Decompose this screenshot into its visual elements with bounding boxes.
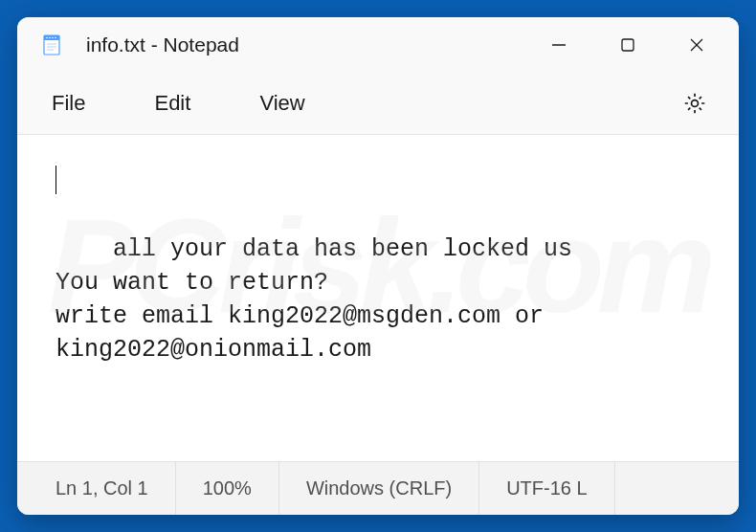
- svg-point-3: [49, 37, 51, 39]
- menu-edit[interactable]: Edit: [143, 85, 202, 122]
- menu-file[interactable]: File: [40, 85, 97, 122]
- window-controls: [524, 17, 731, 73]
- svg-point-13: [692, 100, 699, 107]
- notepad-window: info.txt - Notepad File Edit Vi: [17, 17, 739, 515]
- status-encoding[interactable]: UTF-16 L: [479, 462, 614, 515]
- svg-rect-10: [622, 39, 634, 51]
- notepad-icon: [40, 33, 63, 56]
- status-position[interactable]: Ln 1, Col 1: [17, 462, 176, 515]
- titlebar: info.txt - Notepad: [17, 17, 739, 73]
- menubar: File Edit View: [17, 73, 739, 134]
- svg-point-5: [55, 37, 56, 39]
- editor-content: all your data has been locked us You wan…: [56, 235, 572, 364]
- maximize-icon: [619, 36, 636, 54]
- window-title: info.txt - Notepad: [86, 33, 524, 56]
- minimize-button[interactable]: [524, 17, 593, 73]
- svg-point-4: [52, 37, 54, 39]
- text-caret: [56, 166, 56, 194]
- maximize-button[interactable]: [593, 17, 662, 73]
- gear-icon: [682, 91, 707, 116]
- settings-button[interactable]: [674, 82, 716, 124]
- svg-point-2: [46, 37, 48, 39]
- status-lineending[interactable]: Windows (CRLF): [279, 462, 479, 515]
- statusbar: Ln 1, Col 1 100% Windows (CRLF) UTF-16 L: [17, 461, 739, 515]
- text-editor[interactable]: all your data has been locked us You wan…: [17, 134, 739, 461]
- status-zoom[interactable]: 100%: [176, 462, 279, 515]
- menu-view[interactable]: View: [248, 85, 316, 122]
- close-button[interactable]: [662, 17, 731, 73]
- minimize-icon: [550, 36, 567, 54]
- close-icon: [688, 36, 705, 54]
